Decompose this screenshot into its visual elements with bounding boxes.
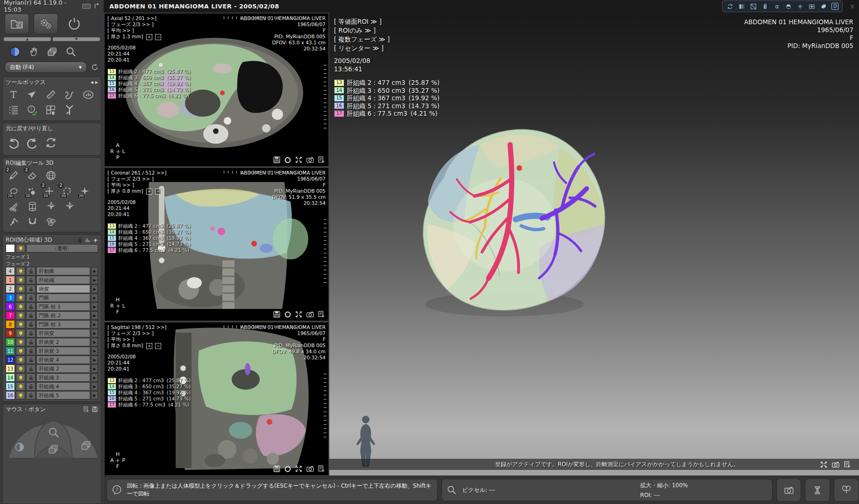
sagittal-viewport[interactable]: [ Sagittal 198 / 512 >>] [ フェーズ 2/3 >> ]… [105,322,328,475]
save-icon[interactable] [273,310,281,318]
vessel-tool[interactable] [63,104,77,117]
snapshot-icon[interactable] [831,461,840,469]
liver-3d-model[interactable] [402,108,607,328]
zoom-icon[interactable] [65,46,77,57]
visibility-cell[interactable] [16,244,25,252]
visibility-cell[interactable] [16,311,25,320]
open-study-button[interactable] [5,14,29,34]
fullscreen-icon[interactable] [295,156,303,164]
snapshot-icon[interactable] [306,465,314,473]
snapshot-icon[interactable] [306,310,314,318]
snapshot-button[interactable] [776,478,802,502]
visibility-cell[interactable] [16,302,25,311]
lock-cell[interactable] [26,356,35,364]
sphere-3d-tool[interactable] [44,169,58,182]
thickness-plus-button[interactable]: + [146,189,152,195]
roi-name[interactable]: 肝組織 3 [36,373,90,382]
lock-cell[interactable] [26,347,35,355]
transparent-row[interactable]: 〈透明〉 [6,244,98,252]
save-profile-icon[interactable] [92,406,98,413]
close-icon[interactable]: × [849,2,855,11]
roi-name[interactable]: 門脈 [36,294,90,302]
save-icon[interactable] [273,465,281,473]
pointer-arrow-tool[interactable] [25,88,39,101]
roi-name[interactable]: 肝組織 5 [36,391,90,399]
lock-cell[interactable] [26,276,35,284]
redo-button[interactable] [25,136,39,149]
auto-preset-dropdown[interactable]: 自動 (F4) ▼ [5,62,87,73]
recenter-link[interactable]: [ リセンター ≫ ] [334,44,390,53]
roi-name[interactable]: 肝病変 2 [36,338,90,346]
pencil-tool[interactable]: 2 [7,169,21,182]
roi-number-badge[interactable]: 2 [6,285,15,293]
roi-number-badge[interactable]: 13 [6,364,15,373]
visibility-cell[interactable] [16,347,25,355]
text-annotation-tool[interactable]: T [7,88,21,101]
magic-2d-tool[interactable]: 2D [78,184,92,197]
visibility-cell[interactable] [16,364,25,373]
visibility-cell[interactable] [16,391,25,399]
lock-cell[interactable] [26,285,35,293]
lock-cell[interactable] [26,311,35,320]
visibility-cell[interactable] [16,285,25,293]
roi-name[interactable]: 肝病変 3 [36,347,90,355]
layout-hand-tool[interactable] [44,104,58,117]
visibility-cell[interactable] [16,276,25,284]
vessel-pick-tool[interactable] [7,215,21,228]
roi-menu-arrow[interactable]: ▶ [91,311,98,320]
roi-row[interactable]: 12 肝病変 4 ▶ [6,356,98,364]
contrast-ball-icon[interactable] [9,46,21,57]
visibility-cell[interactable] [16,329,25,337]
roi-number-badge[interactable]: 16 [6,391,15,399]
thickness-plus-button[interactable]: + [146,343,152,349]
roi-number-badge[interactable]: 4 [6,267,15,275]
mouse-diagram[interactable] [6,413,101,458]
roi-menu-arrow[interactable]: ▶ [91,373,98,382]
roi-number-badge[interactable]: 3 [6,294,15,302]
roi-row[interactable]: 14 肝組織 3 ▶ [6,373,98,382]
roi-row[interactable]: 6 門脈 枝 1 ▶ [6,302,98,311]
alpha-blend-icon[interactable]: α [773,3,781,10]
roi-menu-arrow[interactable]: ▶ [91,356,98,364]
render-mode-selector[interactable]: [ 平均 >> ] [107,336,166,343]
lock-cell[interactable] [26,267,35,275]
multi-phase-link[interactable]: [ 複数フェーズ ≫ ] [334,35,390,44]
grid-add-icon[interactable] [808,3,816,10]
roi-number-badge[interactable]: 7 [6,311,15,320]
reset-preset-icon[interactable] [91,63,99,71]
render-3d-panel[interactable]: [ 等値面ROI ≫ ] [ ROIのみ ≫ ] [ 複数フェーズ ≫ ] [ … [329,13,859,476]
slice-selector[interactable]: [ Axial 52 / 201 >>] [107,15,161,21]
roi-name[interactable]: 肝組織 [36,276,90,284]
roi-menu-arrow[interactable]: ▶ [91,329,98,337]
roi-name[interactable]: 門脈 枝 1 [36,302,90,311]
roi-row[interactable]: 9 肝病変 ▶ [6,329,98,337]
vessel-fork-tool[interactable] [25,215,39,228]
settings-button[interactable] [34,14,58,34]
roi-row[interactable]: 2 病変 ▶ [6,285,98,293]
axial-viewport[interactable]: [ Axial 52 / 201 >>] [ フェーズ 2/3 >> ] [ 平… [105,14,328,166]
coronal-viewport[interactable]: [ Coronal 261 / 512 >>] [ フェーズ 2/3 >> ] … [105,168,328,321]
roi-number-badge[interactable]: 1 [6,276,15,284]
workflow-arrow-icon[interactable] [93,3,100,9]
export-icon[interactable] [318,310,326,318]
ring-icon[interactable] [284,156,291,164]
boxed-d-icon[interactable]: D [831,3,838,10]
nodule-paint-icon[interactable] [820,3,827,10]
roi-menu-arrow[interactable]: ▶ [91,364,98,373]
lasso-2d-tool[interactable]: 2D [7,184,21,197]
ring-icon[interactable] [284,311,291,318]
rotate-reset-icon[interactable] [726,3,734,10]
pan-hand-icon[interactable] [28,46,39,57]
snapshot-icon[interactable] [306,156,314,164]
thickness-selector[interactable]: [ 厚さ 0.8 mm] [107,343,143,348]
roi-row[interactable]: 11 肝病変 3 ▶ [6,347,98,355]
roi-row[interactable]: 13 肝組織 2 ▶ [6,364,98,373]
crosshair-move-icon[interactable] [796,3,804,10]
lock-all-icon[interactable] [77,237,83,243]
assign-list-icon[interactable] [83,406,90,413]
thickness-minus-button[interactable]: − [155,343,161,349]
lock-cell[interactable] [26,364,35,373]
snip-contour-tool[interactable] [7,200,21,213]
undo-button[interactable] [7,136,21,149]
roi-number-badge[interactable]: 15 [6,382,15,391]
